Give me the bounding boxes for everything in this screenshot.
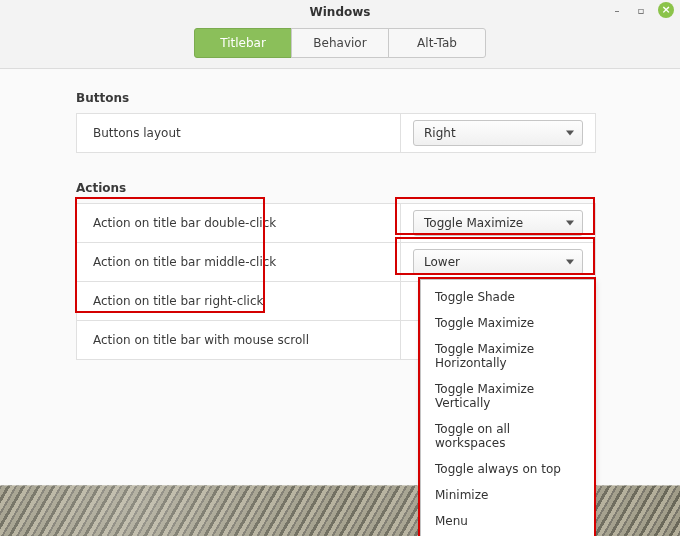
window-controls: – ▫ × <box>610 2 674 18</box>
label-action-mouse-scroll: Action on title bar with mouse scroll <box>77 321 401 360</box>
section-title-buttons: Buttons <box>76 91 640 105</box>
option-toggle-maximize[interactable]: Toggle Maximize <box>421 310 595 336</box>
label-buttons-layout: Buttons layout <box>77 114 401 153</box>
row-action-double-click: Action on title bar double-click Toggle … <box>77 204 596 243</box>
tab-bar: Titlebar Behavior Alt-Tab <box>0 22 680 69</box>
option-toggle-always-on-top[interactable]: Toggle always on top <box>421 456 595 482</box>
settings-page: Buttons Buttons layout Right Actions Act… <box>0 69 680 536</box>
chevron-down-icon <box>566 260 574 265</box>
option-toggle-maximize-v[interactable]: Toggle Maximize Vertically <box>421 376 595 416</box>
minimize-button[interactable]: – <box>610 3 624 17</box>
buttons-table: Buttons layout Right <box>76 113 596 153</box>
label-action-double-click: Action on title bar double-click <box>77 204 401 243</box>
label-action-middle-click: Action on title bar middle-click <box>77 243 401 282</box>
chevron-down-icon <box>566 131 574 136</box>
tab-alt-tab[interactable]: Alt-Tab <box>388 28 486 58</box>
option-minimize[interactable]: Minimize <box>421 482 595 508</box>
combo-action-double-click-value: Toggle Maximize <box>424 216 523 230</box>
maximize-button[interactable]: ▫ <box>634 3 648 17</box>
option-menu[interactable]: Menu <box>421 508 595 534</box>
row-action-middle-click: Action on title bar middle-click Lower <box>77 243 596 282</box>
tab-behavior[interactable]: Behavior <box>291 28 389 58</box>
dropdown-action-right-click[interactable]: Toggle Shade Toggle Maximize Toggle Maxi… <box>420 279 596 536</box>
close-button[interactable]: × <box>658 2 674 18</box>
option-toggle-shade[interactable]: Toggle Shade <box>421 284 595 310</box>
section-title-actions: Actions <box>76 181 640 195</box>
option-toggle-maximize-h[interactable]: Toggle Maximize Horizontally <box>421 336 595 376</box>
combo-action-middle-click[interactable]: Lower <box>413 249 583 275</box>
chevron-down-icon <box>566 221 574 226</box>
option-toggle-all-workspaces[interactable]: Toggle on all workspaces <box>421 416 595 456</box>
combo-action-double-click[interactable]: Toggle Maximize <box>413 210 583 236</box>
window-title: Windows <box>310 5 371 19</box>
combo-buttons-layout-value: Right <box>424 126 456 140</box>
combo-buttons-layout[interactable]: Right <box>413 120 583 146</box>
window-titlebar: Windows – ▫ × <box>0 0 680 22</box>
tab-titlebar[interactable]: Titlebar <box>194 28 292 58</box>
label-action-right-click: Action on title bar right-click <box>77 282 401 321</box>
row-buttons-layout: Buttons layout Right <box>77 114 596 153</box>
combo-action-middle-click-value: Lower <box>424 255 460 269</box>
